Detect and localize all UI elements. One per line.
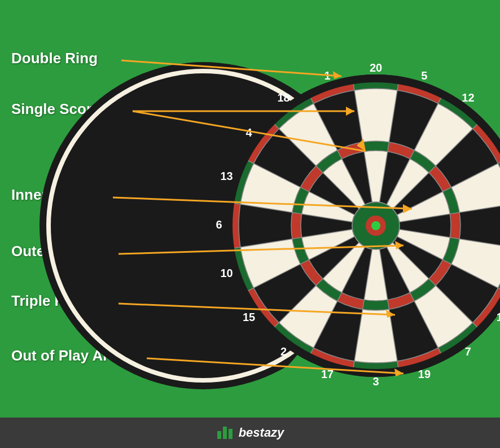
- brand-icon: [216, 422, 234, 444]
- svg-text:4: 4: [246, 126, 253, 139]
- svg-rect-69: [217, 431, 221, 439]
- dartboard-main: 2051291411816719317215106134181: [201, 17, 500, 412]
- svg-text:1: 1: [324, 69, 331, 82]
- svg-text:16: 16: [497, 311, 500, 323]
- footer-logo: bestazy: [216, 422, 284, 444]
- svg-text:2: 2: [280, 345, 287, 358]
- svg-text:13: 13: [220, 170, 233, 182]
- main-area: Double Ring Single Score Inner Bull Oute…: [0, 0, 500, 418]
- svg-text:10: 10: [220, 267, 233, 279]
- svg-text:20: 20: [370, 62, 382, 74]
- svg-rect-70: [223, 427, 227, 439]
- svg-text:19: 19: [418, 368, 431, 380]
- svg-rect-71: [229, 429, 233, 439]
- footer: bestazy: [0, 418, 500, 448]
- svg-text:5: 5: [421, 69, 427, 82]
- svg-point-7: [371, 221, 380, 230]
- svg-text:6: 6: [216, 218, 222, 231]
- brand-name: bestazy: [239, 425, 284, 440]
- svg-text:15: 15: [243, 311, 255, 323]
- svg-text:12: 12: [462, 91, 474, 104]
- svg-text:18: 18: [277, 91, 290, 104]
- svg-text:7: 7: [465, 345, 471, 358]
- svg-text:3: 3: [372, 375, 379, 388]
- svg-text:17: 17: [321, 368, 334, 380]
